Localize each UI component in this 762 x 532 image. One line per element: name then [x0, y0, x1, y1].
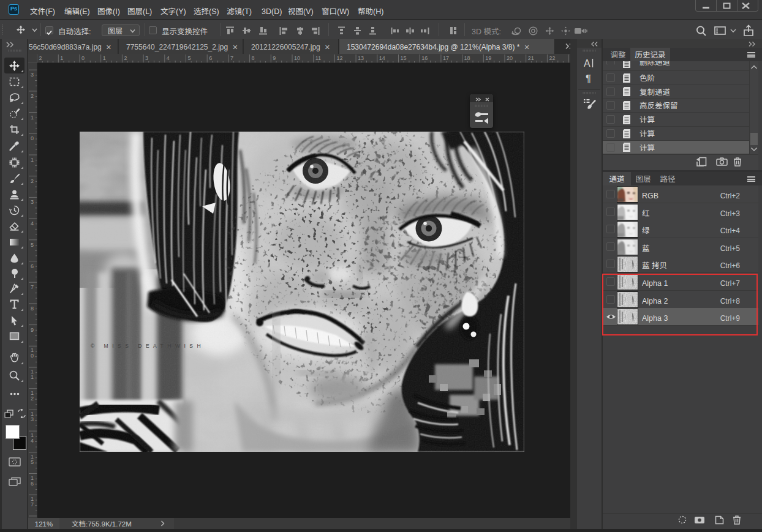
svg-text:1: 1: [60, 55, 63, 61]
svg-text:7: 7: [31, 284, 34, 290]
svg-text:5: 5: [31, 459, 34, 465]
svg-text:3: 3: [31, 199, 34, 205]
svg-text:9: 9: [273, 55, 276, 61]
svg-text:7: 7: [31, 501, 34, 508]
svg-text:1: 1: [31, 157, 34, 163]
svg-text:4: 4: [31, 220, 34, 227]
svg-text:0: 0: [31, 135, 34, 141]
svg-text:8: 8: [31, 305, 34, 312]
svg-text:12: 12: [336, 55, 342, 61]
svg-text:6: 6: [209, 55, 212, 61]
svg-text:2: 2: [39, 55, 42, 61]
svg-text:10: 10: [294, 55, 300, 61]
svg-text:17: 17: [443, 55, 449, 61]
svg-text:9: 9: [31, 327, 34, 333]
svg-text:20: 20: [507, 55, 513, 61]
svg-text:18: 18: [464, 55, 470, 61]
svg-text:6: 6: [31, 263, 34, 269]
svg-text:6: 6: [31, 481, 34, 487]
svg-text:3: 3: [31, 416, 34, 422]
svg-text:7: 7: [230, 55, 233, 61]
svg-text:13: 13: [358, 55, 364, 61]
svg-text:8: 8: [252, 55, 255, 61]
svg-text:19: 19: [485, 55, 491, 61]
svg-text:5: 5: [188, 55, 191, 61]
svg-text:1: 1: [31, 114, 34, 121]
svg-text:1: 1: [103, 55, 106, 61]
svg-text:2: 2: [31, 93, 34, 99]
svg-text:4: 4: [167, 55, 170, 61]
svg-text:11: 11: [315, 55, 321, 61]
svg-text:0: 0: [81, 55, 85, 61]
svg-text:5: 5: [31, 242, 34, 248]
svg-text:2: 2: [124, 55, 127, 61]
svg-text:16: 16: [421, 55, 428, 61]
svg-text:14: 14: [379, 55, 385, 61]
svg-text:A: A: [584, 58, 590, 68]
svg-text:21: 21: [528, 55, 534, 61]
svg-text:0: 0: [31, 353, 34, 359]
svg-text:3: 3: [145, 55, 148, 61]
svg-text:2: 2: [31, 395, 34, 402]
svg-text:4: 4: [31, 438, 34, 444]
svg-text:22: 22: [549, 55, 555, 61]
svg-text:2: 2: [31, 178, 34, 184]
svg-text:15: 15: [401, 55, 407, 61]
svg-text:3: 3: [31, 72, 34, 78]
svg-text:1: 1: [31, 374, 34, 380]
